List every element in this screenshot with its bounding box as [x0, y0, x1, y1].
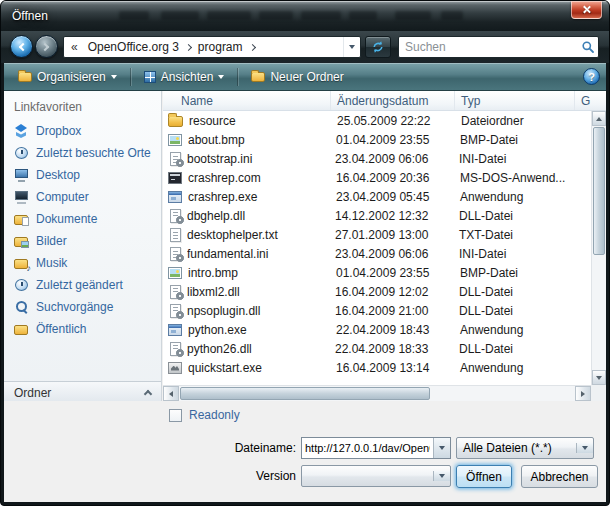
- organize-label: Organisieren: [37, 70, 106, 84]
- text-file-icon: [170, 228, 181, 242]
- dialog-window: Öffnen « OpenOffice.org 3 program: [0, 0, 610, 506]
- breadcrumb-item-openoffice[interactable]: OpenOffice.org 3: [83, 38, 184, 56]
- file-row[interactable]: resource 25.05.2009 22:22 Dateiordner: [163, 111, 591, 130]
- sidebar-item-recently-changed[interactable]: Zuletzt geändert: [4, 274, 161, 296]
- sidebar-item-pictures[interactable]: Bilder: [4, 230, 161, 252]
- sidebar-item-recent-places[interactable]: Zuletzt besuchte Orte: [4, 142, 161, 164]
- vertical-scroll-thumb[interactable]: [593, 127, 605, 255]
- search-icon[interactable]: [578, 40, 598, 54]
- file-row[interactable]: crashrep.exe 23.04.2009 05:45 Anwendung: [163, 187, 591, 206]
- image-file-icon: [168, 134, 182, 146]
- version-dropdown-button[interactable]: [433, 471, 450, 481]
- favorites-header: Linkfavoriten: [4, 91, 161, 120]
- chevron-down-icon: [111, 75, 117, 82]
- open-button[interactable]: Öffnen: [456, 465, 512, 488]
- file-row[interactable]: intro.bmp 01.04.2009 23:55 BMP-Datei: [163, 263, 591, 282]
- file-type: Dateiordner: [455, 114, 575, 128]
- sidebar-item-public[interactable]: Öffentlich: [4, 318, 161, 340]
- sidebar-item-searches[interactable]: Suchvorgänge: [4, 296, 161, 318]
- help-button[interactable]: ?: [583, 68, 600, 85]
- file-type: Anwendung: [454, 190, 574, 204]
- file-row[interactable]: bootstrap.ini 23.04.2009 06:06 INI-Datei: [163, 149, 591, 168]
- sidebar-item-label: Bilder: [36, 234, 67, 248]
- sidebar-item-desktop[interactable]: Desktop: [4, 164, 161, 186]
- chevron-up-icon: [144, 390, 152, 398]
- breadcrumb-separator-icon: [185, 43, 192, 50]
- breadcrumb[interactable]: « OpenOffice.org 3 program: [63, 36, 361, 58]
- search-input[interactable]: [399, 40, 578, 54]
- application-icon: [168, 191, 182, 203]
- scroll-up-button[interactable]: [592, 111, 606, 126]
- column-header-type[interactable]: Typ: [455, 91, 575, 110]
- file-row[interactable]: dbghelp.dll 14.12.2002 12:32 DLL-Datei: [163, 206, 591, 225]
- new-folder-button[interactable]: Neuer Ordner: [243, 66, 351, 88]
- horizontal-scroll-thumb[interactable]: [180, 387, 430, 400]
- version-select[interactable]: [301, 465, 451, 487]
- forward-button[interactable]: [35, 35, 58, 58]
- file-row[interactable]: libxml2.dll 16.04.2009 12:02 DLL-Datei: [163, 282, 591, 301]
- file-row[interactable]: python26.dll 22.04.2009 18:33 DLL-Datei: [163, 339, 591, 358]
- file-date: 27.01.2009 13:00: [329, 228, 453, 242]
- address-history-dropdown[interactable]: [343, 37, 360, 57]
- sidebar-item-computer[interactable]: Computer: [4, 186, 161, 208]
- file-name: python26.dll: [187, 342, 329, 356]
- file-list: Name Änderungsdatum Typ G resource 25.05…: [163, 91, 606, 401]
- file-row[interactable]: fundamental.ini 23.04.2009 06:06 INI-Dat…: [163, 244, 591, 263]
- glass-reflection: [119, 11, 149, 20]
- folder-icon: [168, 116, 183, 127]
- file-row[interactable]: about.bmp 01.04.2009 23:55 BMP-Datei: [163, 130, 591, 149]
- horizontal-scrollbar[interactable]: [163, 385, 591, 401]
- sidebar-item-label: Desktop: [36, 168, 80, 182]
- cancel-button[interactable]: Abbrechen: [521, 465, 598, 488]
- views-button[interactable]: Ansichten: [136, 66, 233, 88]
- filename-dropdown-button[interactable]: [433, 438, 450, 458]
- command-toolbar: Organisieren Ansichten Neuer Ordner ?: [4, 63, 606, 91]
- column-header-size[interactable]: G: [575, 91, 606, 110]
- filename-combobox: [301, 437, 451, 459]
- folders-expander[interactable]: Ordner: [4, 381, 161, 403]
- file-row[interactable]: npsoplugin.dll 16.04.2009 21:00 DLL-Date…: [163, 301, 591, 320]
- sidebar-item-documents[interactable]: Dokumente: [4, 208, 161, 230]
- open-file-dialog: Öffnen « OpenOffice.org 3 program: [0, 0, 610, 506]
- recently-changed-icon: [14, 278, 29, 292]
- column-header-date[interactable]: Änderungsdatum: [331, 91, 455, 110]
- scroll-down-button[interactable]: [592, 370, 606, 385]
- close-button[interactable]: [571, 1, 602, 19]
- breadcrumb-overflow-button[interactable]: «: [64, 40, 83, 54]
- triangle-left-icon: [169, 391, 173, 397]
- file-name: desktophelper.txt: [187, 228, 329, 242]
- dos-application-icon: [168, 172, 182, 184]
- vertical-scrollbar[interactable]: [591, 111, 606, 385]
- title-bar[interactable]: Öffnen: [1, 1, 609, 31]
- readonly-checkbox[interactable]: [169, 409, 182, 422]
- file-row[interactable]: quickstart.exe 16.04.2009 13:14 Anwendun…: [163, 358, 591, 377]
- dll-file-icon: [170, 209, 181, 223]
- breadcrumb-item-program[interactable]: program: [193, 38, 248, 56]
- filetype-dropdown-button[interactable]: [576, 443, 593, 453]
- scroll-left-button[interactable]: [163, 386, 179, 401]
- breadcrumb-separator-icon: [249, 43, 256, 50]
- dll-file-icon: [170, 342, 181, 356]
- pictures-folder-icon: [14, 234, 29, 248]
- file-row[interactable]: crashrep.com 16.04.2009 20:36 MS-DOS-Anw…: [163, 168, 591, 187]
- file-type: Anwendung: [454, 361, 574, 375]
- file-date: 16.04.2009 12:02: [329, 285, 453, 299]
- sidebar-item-label: Dokumente: [36, 212, 97, 226]
- back-button[interactable]: [10, 35, 33, 58]
- refresh-button[interactable]: [365, 36, 391, 58]
- chevron-down-icon: [349, 45, 355, 52]
- column-header-name[interactable]: Name: [163, 91, 331, 110]
- file-name: fundamental.ini: [187, 247, 329, 261]
- organize-button[interactable]: Organisieren: [10, 66, 125, 88]
- filename-input[interactable]: [302, 438, 433, 458]
- file-type: DLL-Datei: [453, 209, 573, 223]
- sidebar-item-dropbox[interactable]: Dropbox: [4, 120, 161, 142]
- file-row[interactable]: python.exe 22.04.2009 18:43 Anwendung: [163, 320, 591, 339]
- scroll-right-button[interactable]: [575, 386, 591, 401]
- back-arrow-icon: [19, 42, 27, 50]
- file-row[interactable]: desktophelper.txt 27.01.2009 13:00 TXT-D…: [163, 225, 591, 244]
- readonly-label[interactable]: Readonly: [189, 408, 240, 422]
- sidebar-item-music[interactable]: Musik: [4, 252, 161, 274]
- filetype-select[interactable]: Alle Dateien (*.*): [456, 437, 594, 459]
- file-type: Anwendung: [454, 323, 574, 337]
